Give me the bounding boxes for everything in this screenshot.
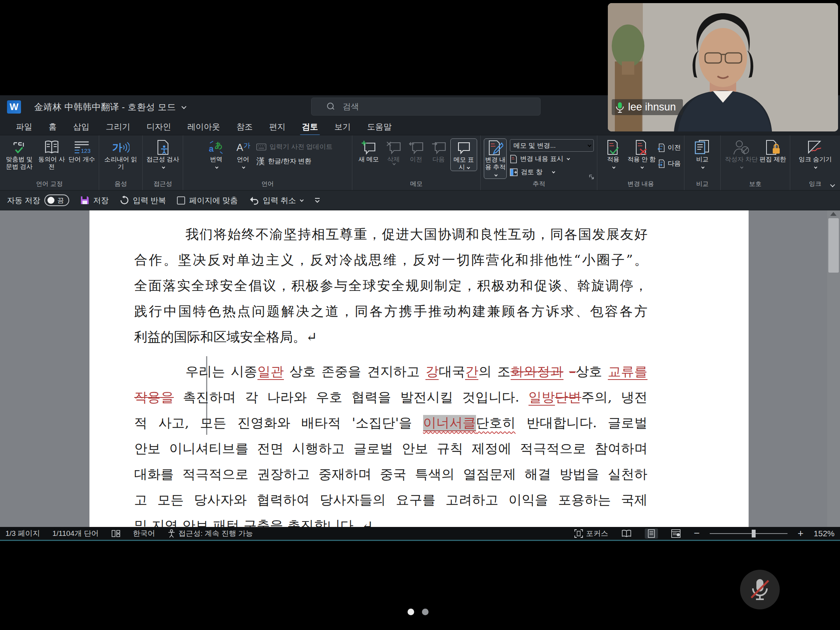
dialog-launcher-icon[interactable] (588, 174, 595, 180)
new-comment-button[interactable]: 새 메모 (355, 138, 382, 163)
track-changes-icon (488, 140, 503, 156)
statusbar-accent-line (0, 540, 840, 541)
page-indicator[interactable]: 1/3 페이지 (5, 528, 40, 539)
mic-muted-icon (749, 578, 771, 602)
thesaurus-button[interactable]: 동의어 사전 (36, 138, 67, 170)
tab-design[interactable]: 디자인 (138, 119, 179, 135)
previous-change-button[interactable]: 이전 (658, 142, 681, 154)
web-layout-button[interactable] (668, 528, 684, 539)
word-count-button[interactable]: 123 단어 개수 (68, 138, 96, 163)
tab-insert[interactable]: 삽입 (65, 119, 98, 135)
check-accessibility-button[interactable]: 접근성 검사 (146, 138, 180, 170)
proofing-status-icon[interactable] (111, 529, 121, 538)
chevron-down-icon (612, 165, 615, 168)
tab-layout[interactable]: 레이아웃 (179, 119, 228, 135)
tab-help[interactable]: 도움말 (359, 119, 400, 135)
toggle-off-icon: 끔 (44, 194, 69, 206)
ribbon-group-proofing: 맞춤법 및 문법 검사 동의어 사전 123 단어 개수 (0, 135, 99, 190)
compare-button[interactable]: 비교 (689, 138, 716, 170)
language-button[interactable]: A가 언어 (231, 138, 256, 170)
hide-ink-icon (807, 139, 823, 156)
spelling-grammar-label: 맞춤법 및 문법 검사 (3, 156, 35, 170)
text-run: 의 조 (478, 364, 511, 379)
fit-to-page-checkbox[interactable]: 페이지에 맞춤 (177, 195, 238, 206)
reviewing-pane-label: 검토 창 (521, 168, 542, 177)
participant-name-tag: lee ihnsun (612, 99, 683, 115)
status-bar: 1/3 페이지 1/1104개 단어 한국어 접근성: 계속 진행 가능 포커스 (0, 527, 840, 540)
hangul-hanja-convert-button[interactable]: 漢 한글/한자 변환 (256, 155, 332, 167)
read-aloud-icon: 가 (112, 139, 130, 156)
undo-button[interactable]: 입력 취소 (249, 195, 303, 206)
mute-microphone-button[interactable] (740, 570, 780, 609)
tab-home[interactable]: 홈 (40, 119, 65, 135)
read-aloud-button[interactable]: 가 소리내어 읽기 (102, 138, 139, 170)
zoom-out-button[interactable]: − (694, 527, 700, 539)
word-app-icon: W (7, 100, 21, 114)
accept-button[interactable]: 적용 (601, 138, 626, 170)
markup-state-dropdown[interactable]: 메모 및 변경... (510, 139, 594, 152)
scrollbar-thumb[interactable] (828, 218, 839, 273)
zoom-level[interactable]: 152% (814, 529, 835, 538)
reject-label: 적용 안 함 (626, 156, 657, 170)
text-run: 및 지역 안보 패턴 구축을 촉진합니다. ↵ (134, 518, 373, 527)
read-aloud-label: 소리내어 읽기 (102, 156, 139, 170)
chevron-down-icon[interactable] (181, 104, 186, 109)
tracked-change-run: 단호히 (476, 415, 516, 430)
delete-comment-icon (386, 139, 401, 156)
document-page[interactable]: 我们将始终不渝坚持相互尊重，促进大国协调和良性互动，同各国发展友好合作。坚决反对… (89, 210, 749, 527)
autosave-toggle[interactable]: 자동 저장 끔 (7, 194, 69, 206)
tab-review[interactable]: 검토 (294, 119, 326, 135)
reviewing-pane-button[interactable]: 검토 창 (510, 166, 594, 178)
document-line: 践行中国特色热点问题解决之道，同各方携手推动构建兼顾各方诉求、包容各方 (134, 298, 648, 324)
text-run: 주의, 냉전 (581, 389, 648, 405)
show-comments-button[interactable]: 메모 표시 (450, 138, 477, 171)
save-button[interactable]: 저장 (80, 195, 109, 206)
scroll-up-icon[interactable] (830, 212, 836, 216)
read-mode-button[interactable] (618, 529, 635, 538)
reviewing-pane-icon (510, 168, 518, 176)
text-run: 대국 (439, 364, 465, 379)
focus-mode-button[interactable]: 포커스 (574, 528, 608, 539)
tab-draw[interactable]: 그리기 (98, 119, 138, 135)
repeat-button[interactable]: 입력 반복 (120, 195, 166, 206)
mic-on-icon (616, 102, 624, 113)
group-label-accessibility: 접근성 (146, 180, 180, 189)
text-run: 대화를 적극적으로 권장하고 중재하며 중국 특색의 열점문제 해결 방법을 실… (134, 466, 648, 482)
zoom-slider[interactable] (710, 533, 788, 534)
text-run: 우리는 시종 (186, 364, 257, 379)
quickbar-overflow-button[interactable] (313, 197, 321, 203)
carousel-dot-2[interactable] (422, 609, 429, 615)
chevron-down-icon (467, 166, 470, 169)
show-markup-button[interactable]: 변경 내용 표시 (510, 153, 594, 165)
hanja-glyph-icon: 漢 (256, 156, 265, 167)
next-change-label: 다음 (668, 159, 681, 168)
tab-references[interactable]: 참조 (228, 119, 261, 135)
translate-icon: aあ (208, 139, 224, 156)
document-line: 合作。坚决反对单边主义，反对冷战思维，反对一切阵营化和排他性“小圈子”。 (134, 247, 648, 273)
chevron-down-icon (215, 165, 218, 168)
restrict-editing-button[interactable]: 편집 제한 (759, 138, 786, 163)
tab-file[interactable]: 파일 (8, 119, 40, 135)
carousel-dot-1[interactable] (408, 609, 414, 615)
vertical-scrollbar[interactable] (827, 210, 840, 527)
document-line: 全面落实全球安全倡议，积极参与全球安全规则制定，积极劝和促谈、斡旋调停， (134, 273, 648, 298)
track-changes-button[interactable]: 변경 내용 추적 (484, 138, 507, 179)
zoom-slider-thumb[interactable] (752, 530, 756, 537)
reject-button[interactable]: 적용 안 함 (626, 138, 657, 170)
search-box[interactable]: 검색 (311, 98, 541, 116)
language-label: 언어 (237, 156, 249, 170)
language-indicator[interactable]: 한국어 (133, 528, 155, 539)
paragraph-korean: 우리는 시종일관 상호 존중을 견지하고 강대국간의 조화와정과 –상호 교류를… (134, 359, 648, 527)
accessibility-status[interactable]: 접근성: 계속 진행 가능 (168, 528, 253, 539)
tab-view[interactable]: 보기 (326, 119, 359, 135)
zoom-in-button[interactable]: + (798, 527, 803, 539)
next-change-button[interactable]: 다음 (658, 158, 681, 170)
block-authors-button: 작성자 차단 (724, 138, 758, 170)
tab-mailings[interactable]: 편지 (261, 119, 294, 135)
translate-button[interactable]: aあ 번역 (203, 138, 230, 170)
spelling-grammar-button[interactable]: 맞춤법 및 문법 검사 (3, 138, 35, 170)
word-count-indicator[interactable]: 1/1104개 단어 (52, 528, 99, 539)
print-layout-button[interactable] (645, 528, 658, 539)
autosave-label: 자동 저장 (7, 195, 40, 206)
hide-ink-button[interactable]: 잉크 숨기기 (798, 138, 832, 170)
